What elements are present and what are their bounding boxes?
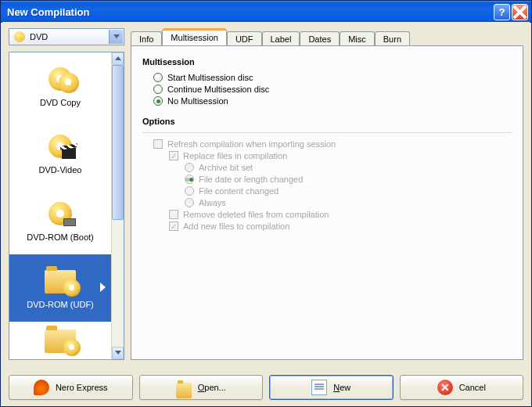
- dvd-rom-udf-icon: [45, 267, 76, 295]
- cancel-button[interactable]: ✕ Cancel: [400, 375, 524, 400]
- sidebar-item-label: DVD-Video: [39, 165, 82, 175]
- button-label: New: [333, 383, 350, 392]
- sidebar-item-dvd-copy[interactable]: DVD Copy: [9, 52, 111, 120]
- tab-bar: Info Multisession UDF Label Dates Misc B…: [131, 28, 523, 45]
- radio-start-multisession[interactable]: [153, 73, 163, 82]
- tab-burn[interactable]: Burn: [375, 31, 410, 46]
- divider: [142, 132, 512, 133]
- tab-info[interactable]: Info: [131, 31, 162, 46]
- radio-file-content: [185, 186, 194, 196]
- chk-refresh-compilation: [153, 139, 163, 149]
- radio-label: File content changed: [199, 186, 279, 196]
- dvd-rom-boot-icon: [45, 200, 76, 228]
- sidebar-item-label: DVD-ROM (Boot): [27, 232, 94, 242]
- sidebar-item-label: DVD Copy: [40, 98, 81, 107]
- window-title: New Compilation: [7, 6, 492, 18]
- chk-replace-files: ✓: [169, 151, 178, 160]
- dvd-video-icon: [45, 132, 76, 160]
- chk-label: Refresh compilation when importing sessi…: [167, 139, 336, 149]
- scroll-down-icon[interactable]: [112, 347, 124, 359]
- radio-label: Continue Multisession disc: [167, 85, 269, 94]
- close-button[interactable]: [512, 4, 528, 20]
- scroll-up-icon[interactable]: [112, 52, 124, 65]
- button-label: Cancel: [459, 383, 486, 392]
- multisession-heading: Multisession: [142, 57, 512, 67]
- chk-label: Replace files in compilation: [183, 151, 287, 160]
- tab-label[interactable]: Label: [262, 31, 300, 46]
- button-label: Nero Express: [56, 383, 108, 392]
- client-area: DVD DVD Copy: [2, 22, 530, 405]
- radio-always: [185, 198, 194, 207]
- tab-udf[interactable]: UDF: [227, 31, 262, 46]
- chk-label: Add new files to compilation: [183, 222, 289, 231]
- disc-icon: [14, 31, 25, 42]
- sidebar-item-next[interactable]: [9, 322, 111, 358]
- new-button[interactable]: New: [269, 375, 394, 400]
- selection-arrow-icon: [100, 283, 106, 294]
- cancel-icon: ✕: [437, 380, 453, 395]
- radio-continue-multisession[interactable]: [153, 85, 163, 94]
- radio-label: File date or length changed: [199, 175, 303, 184]
- disc-type-dropdown[interactable]: DVD: [9, 28, 124, 45]
- folder-open-icon: [176, 383, 192, 398]
- dropdown-label: DVD: [30, 32, 48, 41]
- scroll-track[interactable]: [112, 65, 124, 347]
- options-heading: Options: [142, 117, 512, 126]
- tab-misc[interactable]: Misc: [340, 31, 375, 46]
- tab-panel: Multisession Start Multisession disc Con…: [131, 45, 523, 360]
- folder-disc-icon: [45, 326, 76, 350]
- button-bar: Nero Express Open... New ✕ Cancel: [9, 375, 523, 400]
- radio-archive-bit: [185, 163, 194, 172]
- title-bar: New Compilation ?: [1, 1, 531, 23]
- document-icon: [311, 380, 327, 395]
- chk-label: Remove deleted files from compilation: [183, 210, 329, 219]
- scroll-thumb[interactable]: [112, 65, 124, 220]
- dvd-copy-icon: [45, 65, 76, 93]
- button-label: Open...: [198, 383, 226, 392]
- radio-no-multisession[interactable]: [153, 96, 163, 106]
- tab-multisession[interactable]: Multisession: [162, 29, 227, 45]
- sidebar-item-label: DVD-ROM (UDF): [27, 300, 94, 309]
- tab-dates[interactable]: Dates: [300, 31, 340, 46]
- sidebar-item-dvd-video[interactable]: DVD-Video: [9, 120, 111, 187]
- open-button[interactable]: Open...: [139, 375, 264, 400]
- sidebar-item-dvd-rom-boot[interactable]: DVD-ROM (Boot): [9, 187, 111, 254]
- radio-label: No Multisession: [167, 96, 228, 106]
- radio-file-date: [185, 175, 194, 184]
- sidebar-scrollbar[interactable]: [111, 52, 124, 359]
- flame-icon: [34, 380, 49, 395]
- chk-remove-deleted: [169, 210, 178, 219]
- radio-label: Start Multisession disc: [167, 73, 253, 82]
- compilation-type-list: DVD Copy DVD-Video DVD-ROM (Boot): [9, 52, 124, 360]
- radio-label: Always: [199, 198, 226, 207]
- sidebar-item-dvd-rom-udf[interactable]: DVD-ROM (UDF): [9, 254, 111, 322]
- radio-label: Archive bit set: [199, 163, 253, 172]
- nero-express-button[interactable]: Nero Express: [9, 375, 133, 400]
- chk-add-new: ✓: [169, 222, 178, 231]
- help-button[interactable]: ?: [494, 4, 510, 20]
- chevron-down-icon: [109, 30, 123, 44]
